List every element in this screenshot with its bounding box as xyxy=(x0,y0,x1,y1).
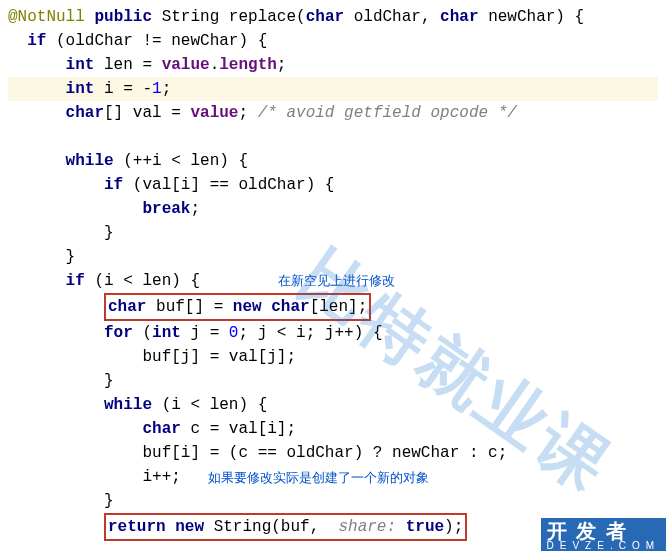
code-line: int len = value.length; xyxy=(8,53,658,77)
code-line: buf[i] = (c == oldChar) ? newChar : c; xyxy=(8,441,658,465)
code-line: if (oldChar != newChar) { xyxy=(8,29,658,53)
code-line: buf[j] = val[j]; xyxy=(8,345,658,369)
code-line: for (int j = 0; j < i; j++) { xyxy=(8,321,658,345)
code-line: break; xyxy=(8,197,658,221)
code-line: } xyxy=(8,369,658,393)
code-line: i++;如果要修改实际是创建了一个新的对象 xyxy=(8,465,658,489)
param-hint: share: xyxy=(329,518,406,536)
code-line: } xyxy=(8,221,658,245)
annotation-notnull: @NotNull xyxy=(8,8,94,26)
code-line: char c = val[i]; xyxy=(8,417,658,441)
code-block: @NotNull public String replace(char oldC… xyxy=(8,5,658,541)
code-line: if (val[i] == oldChar) { xyxy=(8,173,658,197)
annotation-note-1: 在新空见上进行修改 xyxy=(278,271,395,291)
code-line: while (i < len) { xyxy=(8,393,658,417)
code-line: if (i < len) {在新空见上进行修改 xyxy=(8,269,658,293)
annotation-note-2: 如果要修改实际是创建了一个新的对象 xyxy=(208,468,429,488)
code-line: char buf[] = new char[len]; xyxy=(8,293,658,321)
highlighted-line: int i = -1; xyxy=(8,77,658,101)
code-line: while (++i < len) { xyxy=(8,149,658,173)
blank-line xyxy=(8,125,658,149)
comment: /* avoid getfield opcode */ xyxy=(258,104,517,122)
code-line: } xyxy=(8,245,658,269)
code-line: } xyxy=(8,489,658,513)
code-line: char[] val = value; /* avoid getfield op… xyxy=(8,101,658,125)
highlighted-box: char buf[] = new char[len]; xyxy=(104,293,371,321)
highlighted-box: return new String(buf, share: true); xyxy=(104,513,467,541)
brand-watermark: 开 发 者DEVZE.COM xyxy=(541,518,666,551)
code-line: @NotNull public String replace(char oldC… xyxy=(8,5,658,29)
